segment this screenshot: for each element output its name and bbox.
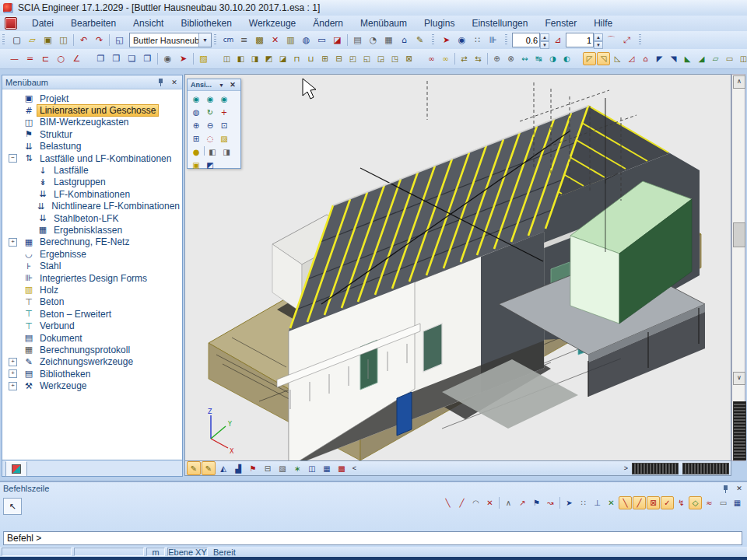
- vertical-slider[interactable]: [733, 401, 746, 460]
- shell-tool[interactable]: ◳: [388, 52, 402, 65]
- light-button[interactable]: ●: [189, 145, 203, 159]
- copy-tool[interactable]: ❐: [93, 51, 108, 66]
- deformation-scale-icon[interactable]: ⌒: [604, 33, 619, 47]
- tree-item-bibliotheken[interactable]: +▤Bibliotheken: [2, 368, 182, 380]
- dialog-alt-button[interactable]: ◪: [330, 33, 345, 47]
- palette-header[interactable]: Ansi... ▼ ✕: [188, 79, 240, 91]
- palette-close-icon[interactable]: ✕: [228, 81, 237, 89]
- hinge-tool-2[interactable]: ∞: [439, 52, 452, 65]
- points-button[interactable]: ∗: [290, 461, 304, 475]
- tree-item-zeichnungswerkzeuge[interactable]: +✎Zeichnungswerkzeuge: [2, 356, 182, 368]
- wall-view-tool-2[interactable]: ◹: [597, 52, 610, 65]
- tree-item-werkzeuge[interactable]: +⚒Werkzeuge: [2, 380, 182, 391]
- tree-item-lastgruppen[interactable]: ↡Lastgruppen: [2, 177, 182, 188]
- expand-toggle[interactable]: +: [9, 369, 17, 378]
- storey-tool[interactable]: ⌂: [639, 52, 652, 65]
- vertical-scrollbar[interactable]: ∧ ∨: [731, 74, 745, 461]
- layers-button[interactable]: ≡: [237, 33, 251, 47]
- shading-button[interactable]: ◧: [205, 145, 219, 159]
- accelerator-button[interactable]: ➤: [439, 33, 454, 47]
- print-button[interactable]: ▤: [350, 33, 365, 47]
- frame-tool-2[interactable]: ◫: [737, 52, 747, 65]
- toolbar-grip[interactable]: [639, 34, 641, 46]
- link-tool-1[interactable]: ⇄: [458, 52, 471, 65]
- expand-toggle[interactable]: +: [9, 358, 17, 366]
- 3d-viewport[interactable]: Z X Y: [184, 74, 731, 461]
- grid-display-button[interactable]: ▩: [335, 461, 349, 475]
- expand-toggle[interactable]: +: [9, 382, 17, 390]
- member-info-button[interactable]: ⊪: [486, 33, 500, 47]
- connection-tool-3[interactable]: ◑: [546, 52, 559, 65]
- scale-up-icon[interactable]: ▲: [540, 33, 549, 41]
- zoom-doc-button[interactable]: ◉: [454, 33, 469, 47]
- connection-tool-4[interactable]: ◐: [560, 52, 573, 65]
- units-button[interactable]: cm: [221, 33, 236, 47]
- close-icon[interactable]: ✕: [170, 79, 179, 86]
- menu-fenster[interactable]: Fenster: [536, 16, 585, 30]
- view-palette[interactable]: Ansi... ▼ ✕ ◉ ◉ ◉ ◍ ↻ + ⊕ ⊖ ⊡ ⊞ ◌ ▨ ● ◧ …: [187, 79, 241, 169]
- open-layer-tool[interactable]: ▨: [196, 51, 211, 66]
- collapse-toggle[interactable]: −: [9, 154, 17, 163]
- menu-menuebaum[interactable]: Menübaum: [352, 16, 416, 30]
- model-sphere-button[interactable]: ◍: [299, 33, 314, 47]
- zoom-selection-button[interactable]: ◌: [203, 132, 217, 145]
- tree-item-stahl[interactable]: ⊦Stahl: [2, 260, 182, 271]
- scroll-right-icon[interactable]: >: [621, 463, 631, 474]
- hinge-tool-1[interactable]: ∞: [425, 52, 438, 65]
- preview-button[interactable]: ◔: [366, 33, 381, 47]
- tree-item-struktur[interactable]: ⚑Struktur: [2, 128, 182, 140]
- grid-tool-2[interactable]: ◢: [695, 52, 708, 65]
- raster-tool-1[interactable]: ◤: [653, 52, 666, 65]
- view-y-button[interactable]: ◉: [203, 93, 217, 106]
- project-home-button[interactable]: ⌂: [397, 33, 412, 47]
- grid-tool-3[interactable]: ▱: [709, 52, 722, 65]
- entity-table-button-1[interactable]: ◫: [305, 461, 319, 475]
- load-down-icon[interactable]: ▼: [594, 41, 603, 49]
- dimensions-button[interactable]: ⊟: [261, 461, 275, 475]
- menu-ansicht[interactable]: Ansicht: [124, 16, 172, 30]
- view-params-button[interactable]: ◩: [203, 159, 217, 172]
- menu-bearbeiten[interactable]: Bearbeiten: [62, 16, 124, 30]
- results-display-button[interactable]: ▟: [231, 461, 245, 475]
- undo-button[interactable]: ↶: [76, 33, 91, 47]
- menu-einstellungen[interactable]: Einstellungen: [463, 16, 536, 30]
- tree-item-belastung[interactable]: ⇊Belastung: [2, 141, 182, 152]
- new-button[interactable]: ▢: [9, 33, 24, 47]
- menu-tree-tab[interactable]: [5, 461, 27, 477]
- tree-item-lastfaelle-gruppe[interactable]: −⇅Lastfälle und LF-Kombinationen: [2, 152, 182, 164]
- snap-intersection[interactable]: ✕: [483, 496, 496, 509]
- tree-item-ergebnisse[interactable]: ◡Ergebnisse: [2, 248, 182, 260]
- wall-tool[interactable]: ⊟: [332, 52, 345, 65]
- clipping-box-button[interactable]: ▨: [217, 132, 231, 145]
- tree-item-dokument[interactable]: ▤Dokument: [2, 332, 182, 344]
- redo-button[interactable]: ↷: [92, 33, 107, 47]
- toolbar-grip[interactable]: [505, 34, 507, 46]
- zoom-window-button[interactable]: ⊡: [217, 119, 231, 132]
- snap-check[interactable]: ✓: [661, 496, 674, 509]
- 3d-model-view[interactable]: Z X Y: [185, 75, 731, 460]
- support-scale-icon[interactable]: ⊿: [550, 33, 565, 47]
- column-tool-1[interactable]: ◫: [220, 52, 233, 65]
- load-scale-spinner[interactable]: ▲▼: [566, 33, 603, 47]
- pan-view-button[interactable]: +: [217, 106, 231, 119]
- wall-view-tool-4[interactable]: ◿: [625, 52, 638, 65]
- zoom-in-button[interactable]: ⊕: [189, 119, 203, 132]
- snap-endpoint[interactable]: ╲: [441, 496, 454, 509]
- zoom-all-button[interactable]: ⊞: [189, 132, 203, 145]
- expand-toggle[interactable]: +: [9, 238, 17, 247]
- opening-tool-1[interactable]: ◰: [346, 52, 359, 65]
- snap-arc[interactable]: ↝: [544, 496, 557, 509]
- toolbar-grip[interactable]: [2, 34, 5, 46]
- animation-slider-2[interactable]: [682, 463, 729, 474]
- plate-tool[interactable]: ⊞: [318, 52, 331, 65]
- scrollbar-thumb[interactable]: [733, 222, 745, 247]
- zoom-out-button[interactable]: ⊖: [203, 119, 217, 132]
- snap-table[interactable]: ▦: [731, 496, 744, 509]
- snap-line-midpoints[interactable]: ╱: [633, 496, 646, 509]
- edit-document-button[interactable]: ✎: [412, 33, 427, 47]
- tree-item-holz[interactable]: ▥Holz: [2, 284, 182, 296]
- frame-tool-1[interactable]: ▭: [723, 52, 736, 65]
- snap-line-endpoints[interactable]: ╲: [619, 496, 632, 509]
- tree-item-nichtlineare[interactable]: ⇊Nichtlineare LF-Kombinationen: [2, 201, 182, 212]
- load-up-icon[interactable]: ▲: [594, 33, 603, 41]
